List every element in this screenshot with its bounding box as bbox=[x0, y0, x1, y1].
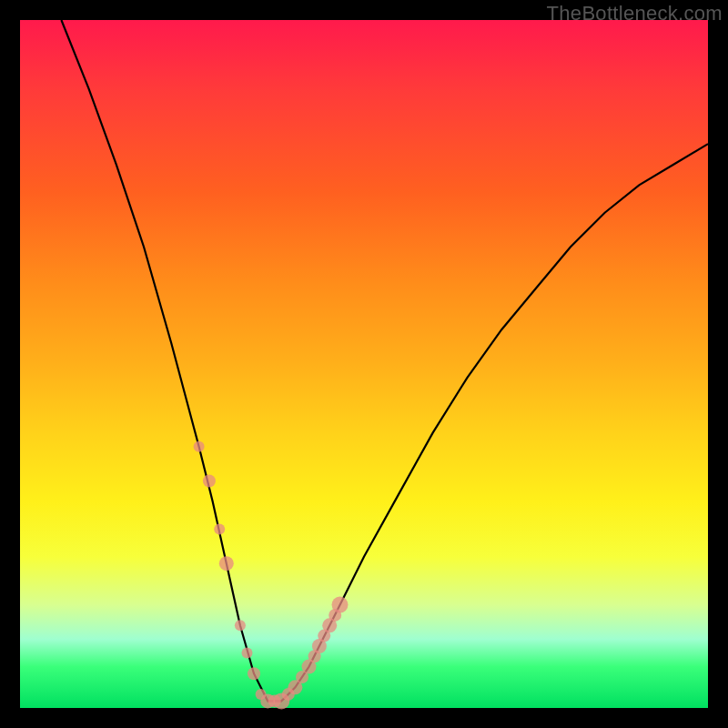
curve-left-branch bbox=[61, 20, 281, 701]
scatter-points bbox=[194, 441, 349, 710]
data-point bbox=[214, 523, 225, 534]
data-point bbox=[194, 441, 205, 452]
data-point bbox=[242, 648, 253, 659]
data-point bbox=[332, 597, 349, 613]
data-point bbox=[219, 556, 234, 571]
data-point bbox=[235, 620, 246, 631]
plot-svg bbox=[20, 20, 708, 708]
watermark-text: TheBottleneck.com bbox=[547, 2, 723, 25]
plot-area bbox=[20, 20, 708, 708]
chart-canvas: TheBottleneck.com bbox=[0, 0, 728, 728]
data-point bbox=[203, 475, 216, 488]
data-point bbox=[248, 667, 260, 680]
